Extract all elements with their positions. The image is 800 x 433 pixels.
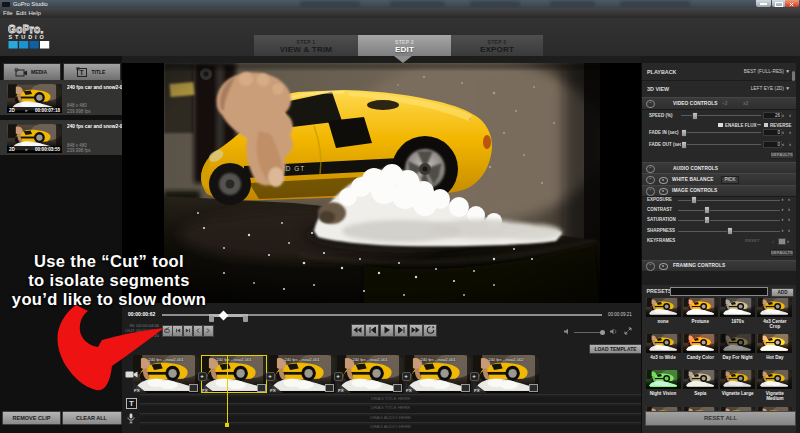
svg-text:T: T bbox=[79, 69, 84, 76]
svg-text:STUDIO: STUDIO bbox=[9, 33, 47, 39]
